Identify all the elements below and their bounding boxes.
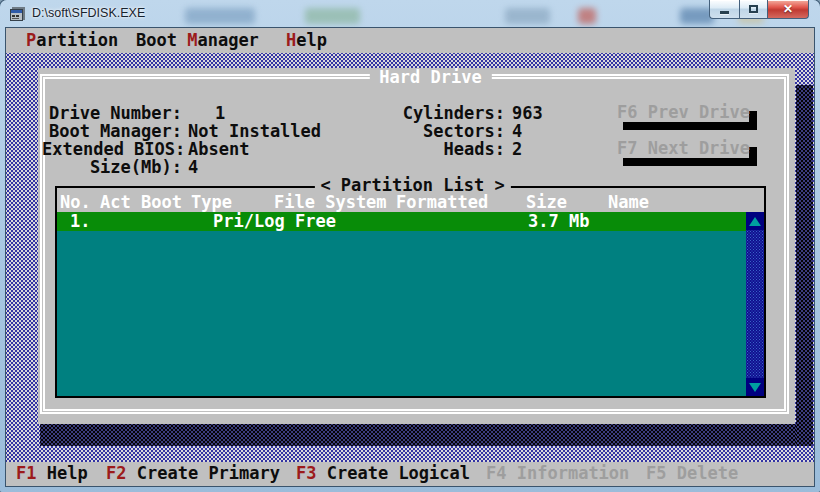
- col-header-boot: Boot: [141, 193, 182, 212]
- col-header-formatted: Formatted: [396, 193, 488, 212]
- glass-blob: [305, 8, 360, 24]
- size-mb-value: 4: [188, 158, 198, 177]
- close-button[interactable]: ✕: [768, 0, 809, 19]
- window-controls: ✕: [709, 0, 809, 19]
- menu-bar: Partition Boot Manager Help: [6, 28, 814, 53]
- partition-row-selected[interactable]: 1. Pri/Log Free 3.7 Mb: [57, 212, 746, 231]
- fkey-label: Create Primary: [137, 463, 280, 483]
- maximize-button[interactable]: [739, 0, 768, 19]
- panel-shadow-right: [796, 85, 813, 446]
- cell-size: 3.7 Mb: [528, 212, 589, 231]
- fkey-label: Create Logical: [327, 463, 470, 483]
- size-mb-label: Size(Mb):: [42, 158, 182, 177]
- fkey-key: F1: [16, 463, 36, 483]
- fkey-label: Help: [47, 463, 88, 483]
- menu-hotkey: M: [187, 30, 197, 50]
- col-header-file-system: File System: [274, 193, 387, 212]
- scroll-up-button[interactable]: [746, 212, 764, 230]
- titlebar[interactable]: D:\soft\SFDISK.EXE ✕: [0, 0, 820, 28]
- fkey-f3-create-logical[interactable]: F3 Create Logical: [296, 464, 470, 483]
- fkey-f5-delete: F5 Delete: [646, 464, 738, 483]
- minimize-icon: [720, 11, 729, 14]
- fkey-key: F4: [486, 463, 506, 483]
- fkey-f1-help[interactable]: F1 Help: [16, 464, 88, 483]
- menu-partition[interactable]: Partition: [26, 31, 118, 50]
- window-title: D:\soft\SFDISK.EXE: [32, 6, 145, 20]
- function-key-bar: F1 Help F2 Create Primary F3 Create Logi…: [6, 462, 814, 486]
- menu-hotkey: H: [286, 30, 296, 50]
- hard-drive-panel: Hard Drive Drive Number: 1 Boot Manager:…: [38, 68, 795, 424]
- menu-label-part: elp: [296, 30, 327, 50]
- glass-blob: [578, 8, 596, 24]
- fkey-label: Delete: [677, 463, 738, 483]
- partition-list-empty-area[interactable]: [57, 231, 746, 396]
- cell-no: 1.: [70, 212, 90, 231]
- fkey-key: F2: [106, 463, 126, 483]
- heads-label: Heads:: [368, 140, 505, 159]
- f7-next-drive-button[interactable]: F7 Next Drive: [615, 139, 749, 158]
- col-header-no: No.: [60, 193, 91, 212]
- scrollbar-track[interactable]: [746, 230, 764, 378]
- fkey-label: Information: [517, 463, 630, 483]
- menu-boot-manager[interactable]: Boot Manager: [136, 31, 259, 50]
- col-header-act: Act: [100, 193, 131, 212]
- scroll-down-button[interactable]: [746, 378, 764, 396]
- msdos-app-icon: [9, 6, 26, 22]
- glass-blob: [505, 8, 550, 24]
- col-header-type: Type: [191, 193, 232, 212]
- panel-shadow-bottom: [40, 424, 813, 446]
- fkey-key: F5: [646, 463, 666, 483]
- col-header-name: Name: [608, 193, 649, 212]
- menu-help[interactable]: Help: [286, 31, 327, 50]
- cell-file-system: Free: [295, 212, 336, 231]
- application-window: D:\soft\SFDISK.EXE ✕ Partition Boot Mana…: [0, 0, 820, 492]
- scroll-up-icon: [749, 217, 761, 226]
- fkey-key: F3: [296, 463, 316, 483]
- partition-list-box: < Partition List > No. Act Boot Type Fil…: [55, 186, 766, 398]
- scroll-down-icon: [749, 383, 761, 392]
- maximize-icon: [749, 5, 758, 13]
- minimize-button[interactable]: [709, 0, 739, 19]
- scrollbar[interactable]: [746, 212, 764, 396]
- fkey-f2-create-primary[interactable]: F2 Create Primary: [106, 464, 280, 483]
- close-icon: ✕: [783, 2, 793, 16]
- menu-label-part: artition: [36, 30, 118, 50]
- cell-type: Pri/Log: [213, 212, 285, 231]
- fkey-f4-information: F4 Information: [486, 464, 629, 483]
- dos-screen: Partition Boot Manager Help Hard Drive D…: [6, 28, 814, 486]
- panel-title: Hard Drive: [369, 68, 491, 87]
- heads-value: 2: [512, 140, 522, 159]
- menu-hotkey: P: [26, 30, 36, 50]
- col-header-size: Size: [526, 193, 567, 212]
- menu-label-part: anager: [197, 30, 258, 50]
- glass-blob: [185, 8, 255, 24]
- f6-prev-drive-button[interactable]: F6 Prev Drive: [615, 103, 749, 122]
- menu-label-part: Boot: [136, 30, 187, 50]
